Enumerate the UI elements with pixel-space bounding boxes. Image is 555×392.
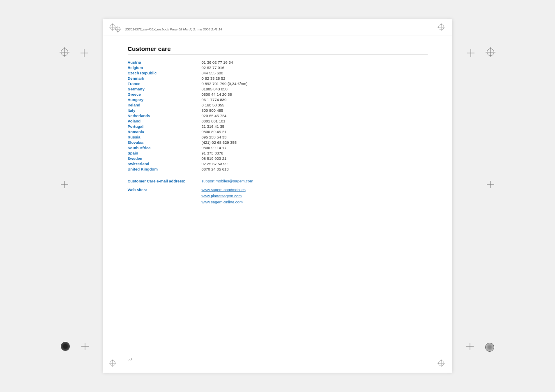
country-name: Germany [128, 87, 202, 91]
page-number: 58 [128, 357, 132, 361]
top-right-outer-mark [487, 48, 494, 56]
web-sites-section: Web sites: www.sagem.com/mobileswww.plan… [128, 187, 428, 205]
bottom-left-crosshair [81, 343, 89, 350]
main-content: Customer care Austria01 36 02 77 16 64Be… [103, 35, 452, 214]
contact-section: Customer Care e-mail address: support.mo… [128, 179, 428, 183]
country-name: Slovakia [128, 140, 202, 145]
page-header: 252614573_my405X_en.book Page 58 Mardi, … [103, 19, 452, 35]
country-phone: 91 375 3376 [202, 151, 223, 155]
country-phone: 095 258 54 33 [202, 135, 227, 139]
header-reg-mark [115, 27, 120, 32]
country-phone: 0800 89 45 21 [202, 129, 227, 134]
countries-table: Austria01 36 02 77 16 64Belgium02 62 77 … [128, 60, 428, 171]
table-row: Hungary06 1 7774 839 [128, 97, 428, 102]
country-phone: 08 519 923 21 [202, 156, 227, 161]
country-phone: 02 62 77 016 [202, 65, 224, 70]
section-title: Customer care [128, 45, 428, 55]
table-row: Austria01 36 02 77 16 64 [128, 60, 428, 65]
country-phone: 844 555 600 [202, 71, 223, 75]
bottom-right-crosshair [466, 343, 474, 350]
table-row: Slovakia(421) 02 68 629 355 [128, 140, 428, 145]
country-name: South Africa [128, 145, 202, 150]
table-row: Germany01805 843 850 [128, 87, 428, 91]
country-name: Netherlands [128, 113, 202, 118]
inner-reg-bl [110, 360, 117, 368]
web-links: www.sagem.com/mobileswww.planetsagem.com… [202, 187, 246, 205]
country-name: Russia [128, 135, 202, 139]
country-name: Czech Republic [128, 71, 202, 75]
country-phone: 0 160 58 355 [202, 103, 224, 107]
table-row: Belgium02 62 77 016 [128, 65, 428, 70]
top-left-crosshair [81, 49, 88, 57]
bottom-left-dark-circle [61, 342, 70, 351]
country-name: Denmark [128, 76, 202, 81]
email-label: Customer Care e-mail address: [128, 179, 202, 183]
table-row: Ireland0 160 58 355 [128, 103, 428, 107]
table-row: Italy800 800 485 [128, 108, 428, 113]
country-phone: 800 800 485 [202, 108, 223, 113]
country-name: Austria [128, 60, 202, 65]
table-row: France0 892 701 799 (0,34 €/mn) [128, 81, 428, 86]
country-phone: 06 1 7774 839 [202, 97, 227, 102]
table-row: Sweden08 519 923 21 [128, 156, 428, 161]
country-name: Belgium [128, 65, 202, 70]
web-label: Web sites: [128, 187, 202, 192]
header-text: 252614573_my405X_en.book Page 58 Mardi, … [125, 28, 222, 31]
country-name: Poland [128, 119, 202, 123]
country-name: United Kingdom [128, 167, 202, 171]
table-row: Greece0800 44 14 20 38 [128, 92, 428, 97]
country-phone: 0801 801 101 [202, 119, 226, 123]
country-name: Ireland [128, 103, 202, 107]
table-row: Spain91 375 3376 [128, 151, 428, 155]
country-phone: 0800 44 14 20 38 [202, 92, 232, 97]
country-phone: 01805 843 850 [202, 87, 228, 91]
bottom-right-gear-circle [485, 343, 494, 352]
country-phone: 0 82 33 28 52 [202, 76, 226, 81]
top-right-crosshair [467, 49, 474, 57]
table-row: Portugal21 316 41 35 [128, 124, 428, 129]
country-phone: 02 25 67 53 99 [202, 161, 228, 166]
country-phone: 21 316 41 35 [202, 124, 224, 129]
table-row: Poland0801 801 101 [128, 119, 428, 123]
web-link-item[interactable]: www.sagem.com/mobiles [202, 187, 246, 193]
page-container: 252614573_my405X_en.book Page 58 Mardi, … [0, 0, 555, 392]
table-row: Denmark0 82 33 28 52 [128, 76, 428, 81]
web-link-item[interactable]: www.planetsagem.com [202, 193, 246, 199]
email-value[interactable]: support.mobiles@sagem.com [202, 179, 253, 183]
country-name: Sweden [128, 156, 202, 161]
inner-reg-br [438, 360, 446, 368]
country-phone: (421) 02 68 629 355 [202, 140, 237, 145]
table-row: South Africa0800 99 14 17 [128, 145, 428, 150]
country-name: Portugal [128, 124, 202, 129]
country-phone: 0870 24 05 613 [202, 167, 229, 171]
country-phone: 0800 99 14 17 [202, 145, 227, 150]
country-name: Switzerland [128, 161, 202, 166]
table-row: Romania0800 89 45 21 [128, 129, 428, 134]
country-name: Italy [128, 108, 202, 113]
right-middle-crosshair [487, 181, 494, 188]
country-name: Greece [128, 92, 202, 97]
web-link-item[interactable]: www.sagem-online.com [202, 199, 246, 205]
country-phone: 01 36 02 77 16 64 [202, 60, 233, 65]
table-row: United Kingdom0870 24 05 613 [128, 167, 428, 171]
country-phone: 020 65 45 724 [202, 113, 227, 118]
country-name: Spain [128, 151, 202, 155]
country-name: Hungary [128, 97, 202, 102]
table-row: Netherlands020 65 45 724 [128, 113, 428, 118]
table-row: Switzerland02 25 67 53 99 [128, 161, 428, 166]
country-name: Romania [128, 129, 202, 134]
web-row: Web sites: www.sagem.com/mobileswww.plan… [128, 187, 428, 205]
table-row: Russia095 258 54 33 [128, 135, 428, 139]
left-middle-crosshair [61, 181, 68, 188]
email-row: Customer Care e-mail address: support.mo… [128, 179, 428, 183]
country-name: France [128, 81, 202, 86]
table-row: Czech Republic844 555 600 [128, 71, 428, 75]
top-left-outer-mark [61, 48, 68, 56]
country-phone: 0 892 701 799 (0,34 €/mn) [202, 81, 248, 86]
page-content: 252614573_my405X_en.book Page 58 Mardi, … [103, 19, 452, 373]
